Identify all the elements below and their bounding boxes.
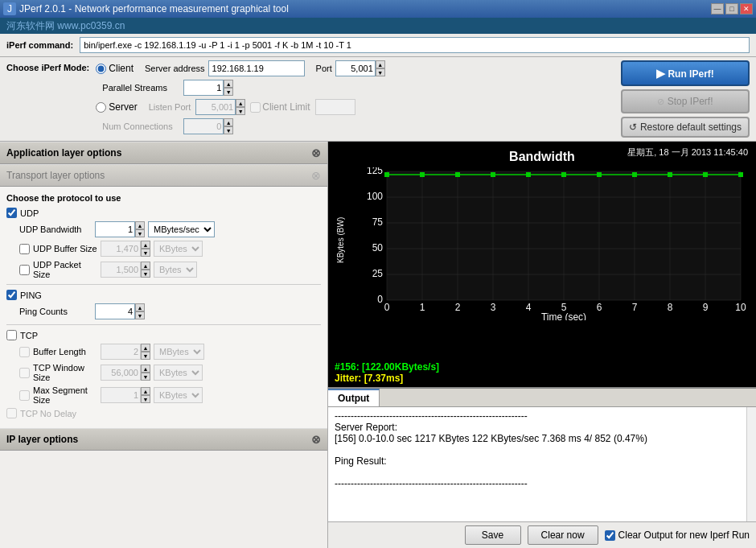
listen-port-down-btn[interactable]: ▼ xyxy=(236,107,245,115)
tcp-win-down[interactable]: ▼ xyxy=(141,373,150,381)
server-address-input[interactable] xyxy=(208,60,305,76)
buffer-length-unit[interactable]: MBytes xyxy=(154,344,204,360)
buffer-length-checkbox[interactable] xyxy=(19,347,30,357)
maximize-button[interactable]: □ xyxy=(725,3,738,14)
buf-len-up[interactable]: ▲ xyxy=(141,344,150,352)
udp-checkbox[interactable] xyxy=(6,208,17,218)
stop-iperf-button[interactable]: ⊘ Stop IPerf! xyxy=(621,89,750,113)
udp-buffer-checkbox[interactable] xyxy=(19,244,30,254)
num-connections-input[interactable] xyxy=(183,118,224,134)
svg-rect-45 xyxy=(703,172,708,177)
max-segment-input[interactable] xyxy=(101,387,141,403)
left-panel: Application layer options ⊗ Transport la… xyxy=(0,142,328,548)
clear-output-label[interactable]: Clear Output for new Iperf Run xyxy=(605,529,750,541)
output-tab[interactable]: Output xyxy=(328,389,380,406)
parallel-streams-spinbox[interactable]: ▲ ▼ xyxy=(183,80,233,96)
max-segment-unit[interactable]: KBytes xyxy=(154,387,203,403)
listen-port-input[interactable] xyxy=(195,99,236,115)
num-connections-label: Num Connections xyxy=(102,122,179,131)
server-radio[interactable] xyxy=(96,102,106,113)
udp-buf-up[interactable]: ▲ xyxy=(141,241,150,249)
udp-buffer-input[interactable] xyxy=(101,241,141,257)
iperf-command-input[interactable] xyxy=(80,37,750,53)
client-radio-label[interactable]: Client xyxy=(96,63,134,74)
udp-bw-down[interactable]: ▼ xyxy=(135,229,145,237)
ping-label: PING xyxy=(20,290,42,300)
udp-packet-input[interactable] xyxy=(101,262,141,278)
port-up-btn[interactable]: ▲ xyxy=(376,60,385,68)
tcp-no-delay-checkbox[interactable] xyxy=(6,408,17,418)
port-spinbox[interactable]: ▲ ▼ xyxy=(335,60,385,76)
parallel-streams-input[interactable] xyxy=(183,80,224,96)
max-seg-up[interactable]: ▲ xyxy=(141,387,150,395)
listen-port-up-btn[interactable]: ▲ xyxy=(236,99,245,107)
ping-cnt-up[interactable]: ▲ xyxy=(135,303,145,311)
udp-packet-checkbox[interactable] xyxy=(19,265,30,275)
udp-bandwidth-unit[interactable]: MBytes/sec xyxy=(148,221,215,237)
udp-pkt-up[interactable]: ▲ xyxy=(141,262,150,270)
tcp-window-spinbox[interactable]: ▲ ▼ xyxy=(101,365,150,381)
tcp-window-checkbox[interactable] xyxy=(19,368,30,378)
app-layer-header[interactable]: Application layer options ⊗ xyxy=(0,142,327,164)
udp-buffer-spinbox[interactable]: ▲ ▼ xyxy=(101,241,150,257)
num-connections-spinbox[interactable]: ▲ ▼ xyxy=(183,118,233,134)
svg-rect-38 xyxy=(455,172,460,177)
parallel-up-btn[interactable]: ▲ xyxy=(224,80,233,88)
close-button[interactable]: ✕ xyxy=(740,3,753,14)
svg-rect-44 xyxy=(668,172,672,177)
svg-text:50: 50 xyxy=(372,242,384,253)
transport-layer-header[interactable]: Transport layer options ⊗ xyxy=(0,164,327,187)
max-segment-spinbox[interactable]: ▲ ▼ xyxy=(101,387,150,403)
max-seg-down[interactable]: ▼ xyxy=(141,395,150,403)
port-input[interactable] xyxy=(335,60,376,76)
client-limit-checkbox[interactable] xyxy=(250,102,261,113)
udp-bw-up[interactable]: ▲ xyxy=(135,221,145,229)
udp-packet-spinbox[interactable]: ▲ ▼ xyxy=(101,262,150,278)
tcp-checkbox[interactable] xyxy=(6,330,17,340)
buffer-length-spinbox[interactable]: ▲ ▼ xyxy=(101,344,150,360)
ping-counts-input[interactable] xyxy=(95,303,135,319)
num-conn-down-btn[interactable]: ▼ xyxy=(224,126,233,134)
transport-layer-label: Transport layer options xyxy=(6,170,105,181)
tcp-window-input[interactable] xyxy=(101,365,141,381)
ping-counts-label: Ping Counts xyxy=(19,307,92,316)
udp-buf-down[interactable]: ▼ xyxy=(141,249,150,257)
udp-buffer-unit[interactable]: KBytes xyxy=(154,241,203,257)
window-controls[interactable]: — □ ✕ xyxy=(711,3,753,14)
buffer-length-input[interactable] xyxy=(101,344,141,360)
server-radio-label[interactable]: Server xyxy=(96,101,137,113)
udp-bandwidth-input[interactable] xyxy=(95,221,135,237)
clear-output-checkbox[interactable] xyxy=(605,530,615,541)
minimize-button[interactable]: — xyxy=(711,3,724,14)
svg-rect-36 xyxy=(384,172,389,177)
stat-line1: #156: [122.00KBytes/s] xyxy=(335,361,750,373)
clear-now-button[interactable]: Clear now xyxy=(528,525,598,545)
ping-checkbox[interactable] xyxy=(6,290,17,300)
tcp-window-unit[interactable]: KBytes xyxy=(154,365,203,381)
run-iperf-button[interactable]: ▶ Run IPerf! xyxy=(621,60,750,86)
udp-buffer-row: UDP Buffer Size ▲ ▼ KBytes xyxy=(19,241,321,257)
ping-cnt-down[interactable]: ▼ xyxy=(135,311,145,319)
num-conn-up-btn[interactable]: ▲ xyxy=(224,118,233,126)
udp-bandwidth-spinbox[interactable]: ▲ ▼ xyxy=(95,221,145,237)
restore-default-button[interactable]: ↺ Restore default settings xyxy=(621,117,750,138)
buf-len-down[interactable]: ▼ xyxy=(141,352,150,360)
listen-port-spinbox[interactable]: ▲ ▼ xyxy=(195,99,245,115)
port-down-btn[interactable]: ▼ xyxy=(376,68,385,76)
divider2 xyxy=(6,324,321,325)
ip-layer-header[interactable]: IP layer options ⊗ xyxy=(0,428,327,451)
parallel-down-btn[interactable]: ▼ xyxy=(224,88,233,96)
tcp-window-label: TCP Window Size xyxy=(33,363,97,382)
svg-text:0: 0 xyxy=(377,294,383,305)
udp-pkt-down[interactable]: ▼ xyxy=(141,270,150,278)
choose-mode-label: Choose iPerf Mode: xyxy=(6,60,89,72)
title-bar: J JPerf 2.0.1 - Network performance meas… xyxy=(0,0,756,18)
output-scrollbar[interactable] xyxy=(746,407,756,521)
ping-counts-spinbox[interactable]: ▲ ▼ xyxy=(95,303,145,319)
client-limit-input[interactable] xyxy=(315,99,355,115)
tcp-win-up[interactable]: ▲ xyxy=(141,365,150,373)
max-segment-checkbox[interactable] xyxy=(19,390,30,401)
udp-packet-unit[interactable]: Bytes xyxy=(154,262,197,278)
client-radio[interactable] xyxy=(96,64,106,74)
save-button[interactable]: Save xyxy=(465,525,521,545)
